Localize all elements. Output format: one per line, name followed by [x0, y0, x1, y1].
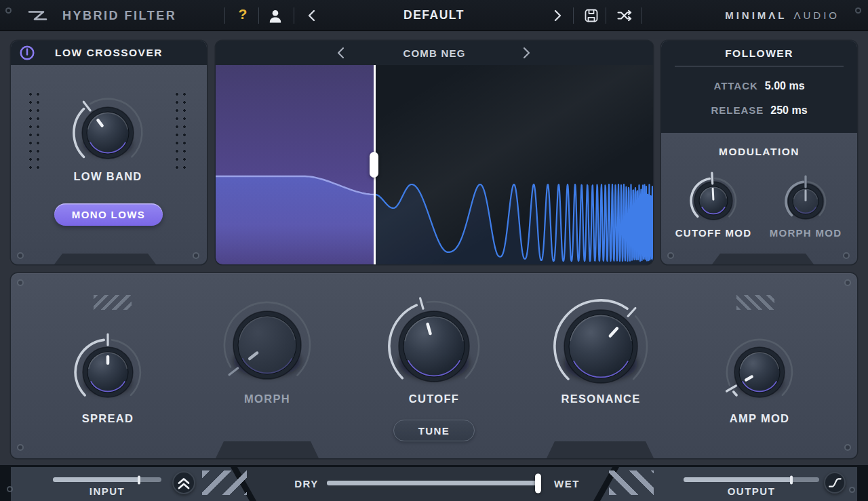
slider-fill — [327, 481, 541, 485]
brand-logo: MINIMΛL ΛUDIO — [725, 9, 840, 21]
screw — [193, 252, 199, 259]
expand-button[interactable] — [172, 471, 195, 494]
dry-label: DRY — [294, 478, 319, 489]
screw — [849, 487, 855, 493]
slider-handle[interactable] — [790, 475, 793, 484]
morph-mod-knob[interactable] — [776, 172, 835, 233]
modulation-title: MODULATION — [719, 146, 800, 158]
next-preset-icon[interactable] — [549, 7, 566, 24]
prev-filter-icon[interactable] — [334, 44, 349, 62]
panel-notch — [712, 254, 814, 264]
screw — [7, 486, 13, 492]
screw — [17, 252, 24, 259]
output-gain-slider[interactable] — [684, 477, 819, 482]
filter-type-name: COMB NEG — [403, 47, 465, 59]
follower-section: FOLLOWER ATTACK 5.00 ms RELEASE 250 ms — [661, 41, 857, 133]
spread-knob[interactable] — [66, 330, 150, 417]
preset-name[interactable]: DEFAULT — [403, 8, 465, 22]
input-gain-slider[interactable] — [53, 477, 161, 482]
dry-wet-slider[interactable] — [327, 481, 541, 485]
divider — [258, 7, 259, 24]
brand-primary: MINIMΛL — [725, 9, 787, 21]
power-icon[interactable] — [18, 44, 36, 62]
io-footer: INPUT DRY WET OUTPUT — [0, 465, 868, 501]
cutoff-knob[interactable] — [380, 292, 488, 403]
release-value[interactable]: 250 ms — [770, 104, 807, 117]
hatch-decoration — [736, 295, 774, 310]
panel-notch — [54, 254, 156, 264]
screw — [855, 7, 861, 14]
cutoff-label: CUTOFF — [409, 393, 459, 405]
screw — [17, 279, 24, 286]
divider — [606, 7, 606, 24]
input-label: INPUT — [90, 485, 125, 497]
screw — [843, 252, 850, 259]
mono-lows-button[interactable]: MONO LOWS — [54, 203, 163, 226]
save-preset-icon[interactable] — [582, 7, 601, 24]
main-controls-panel: SPREAD MORPH CUTOFF RESONANCE AMP MOD TU… — [11, 273, 857, 458]
app-title: HYBRID FILTER — [62, 9, 176, 23]
screw — [844, 444, 851, 451]
panel-notch — [547, 441, 654, 458]
morph-knob[interactable] — [215, 293, 319, 400]
slider-fill — [684, 477, 792, 482]
user-account-icon[interactable] — [266, 7, 285, 24]
help-button[interactable]: ? — [236, 6, 250, 22]
slider-fill — [53, 477, 140, 482]
morph-mod-label: MORPH MOD — [770, 227, 842, 239]
attack-row: ATTACK 5.00 ms — [661, 80, 857, 92]
low-crossover-panel: LOW CROSSOVER LOW BAND MONO LOWS — [11, 41, 207, 264]
spread-label: SPREAD — [82, 412, 134, 425]
output-label: OUTPUT — [728, 485, 776, 497]
cutoff-mod-knob[interactable] — [682, 169, 745, 235]
hatch-decoration — [609, 470, 654, 495]
morph-label: MORPH — [244, 393, 290, 405]
panel-notch — [216, 441, 319, 458]
plugin-window: HYBRID FILTER ? DEFAULT MINIMΛL ΛUDIO — [0, 0, 868, 501]
soft-clip-button[interactable] — [824, 472, 846, 494]
resonance-label: RESONANCE — [561, 393, 640, 405]
divider — [675, 66, 844, 66]
divider — [294, 7, 294, 24]
filter-type-header: COMB NEG — [216, 41, 653, 65]
tune-button[interactable]: TUNE — [393, 420, 475, 441]
slider-handle[interactable] — [138, 475, 140, 484]
screw — [667, 252, 674, 259]
vent-dots — [175, 92, 189, 172]
wet-label: WET — [554, 478, 580, 489]
randomize-icon[interactable] — [614, 7, 635, 24]
divider — [641, 7, 642, 24]
brand-secondary: ΛUDIO — [793, 9, 840, 21]
prev-preset-icon[interactable] — [304, 7, 320, 24]
attack-value[interactable]: 5.00 ms — [765, 80, 805, 92]
slider-handle[interactable] — [535, 473, 541, 493]
filter-response-graph — [216, 65, 653, 264]
screw — [17, 444, 24, 451]
follower-title: FOLLOWER — [725, 47, 793, 60]
minimal-audio-logo-icon — [23, 7, 52, 24]
title-bar: HYBRID FILTER ? DEFAULT MINIMΛL ΛUDIO — [0, 0, 868, 31]
follower-modulation-panel: FOLLOWER ATTACK 5.00 ms RELEASE 250 ms M… — [661, 41, 857, 264]
amp-mod-label: AMP MOD — [730, 412, 790, 425]
attack-label: ATTACK — [713, 80, 757, 92]
vent-dots — [28, 92, 43, 172]
low-band-knob[interactable] — [64, 89, 151, 179]
cutoff-mod-label: CUTOFF MOD — [675, 227, 752, 239]
screw — [844, 279, 851, 286]
filter-visualizer-panel: COMB NEG — [216, 41, 653, 264]
panel-title: LOW CROSSOVER — [55, 47, 163, 59]
screw — [5, 7, 12, 14]
divider — [224, 7, 225, 24]
low-crossover-header: LOW CROSSOVER — [11, 41, 207, 65]
crossover-handle[interactable] — [370, 152, 378, 178]
release-label: RELEASE — [711, 104, 764, 116]
amp-mod-knob[interactable] — [717, 330, 802, 417]
release-row: RELEASE 250 ms — [661, 104, 857, 117]
next-filter-icon[interactable] — [519, 44, 534, 62]
hatch-decoration — [94, 295, 132, 310]
resonance-knob[interactable] — [545, 291, 656, 405]
hatch-decoration — [202, 470, 247, 495]
divider — [573, 7, 574, 24]
low-band-label: LOW BAND — [73, 170, 142, 183]
